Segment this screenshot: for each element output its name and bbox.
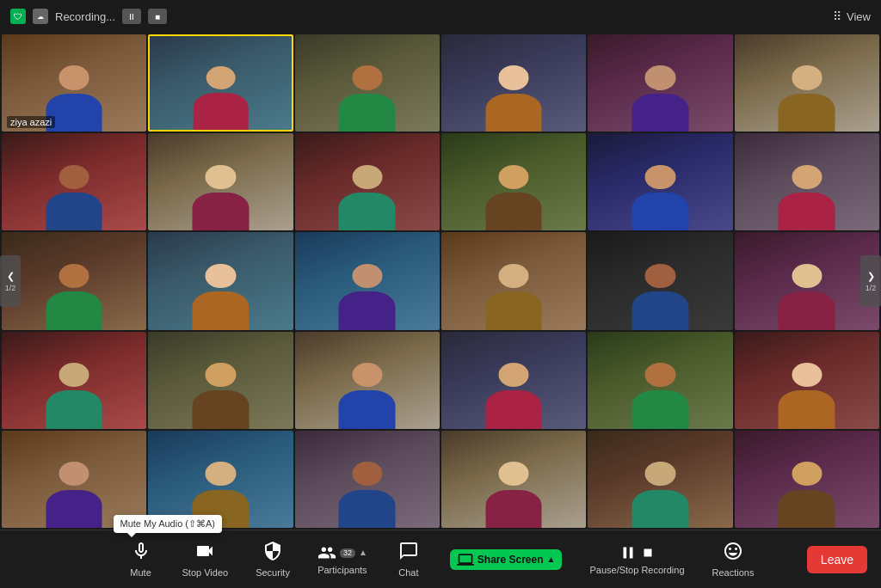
video-cell <box>588 133 732 230</box>
video-cell <box>2 332 146 429</box>
video-cell <box>2 431 146 528</box>
video-cell <box>588 431 732 528</box>
video-cell <box>295 232 440 329</box>
video-cell <box>295 34 440 132</box>
left-page-indicator: 1/2 <box>5 284 16 292</box>
participants-chevron: ▲ <box>359 548 367 557</box>
view-label[interactable]: View <box>847 10 871 23</box>
security-label: Security <box>256 567 290 578</box>
video-cell <box>735 431 879 528</box>
video-cell <box>441 133 586 230</box>
share-screen-chevron: ▲ <box>547 554 556 564</box>
video-cell <box>441 332 586 429</box>
toolbar: Mute My Audio (⇧⌘A) Mute Stop Video Secu… <box>0 530 881 588</box>
video-cell <box>441 232 586 329</box>
recording-icon: ☁ <box>33 9 48 24</box>
pause-recording-btn[interactable]: ⏸ <box>122 9 141 24</box>
top-bar-right: ⠿ View <box>833 9 871 23</box>
chat-button[interactable]: Chat <box>381 536 436 583</box>
right-arrow-icon: ❯ <box>867 271 875 282</box>
video-grid: ziya azazi <box>0 33 881 530</box>
participants-button[interactable]: 32 ▲ Participants <box>304 538 381 580</box>
participant-name-label: ziya azazi <box>7 116 55 128</box>
pause-stop-icon <box>619 543 656 562</box>
video-cell <box>735 34 879 132</box>
video-cell <box>295 332 440 429</box>
video-cell <box>735 332 879 429</box>
reactions-button[interactable]: Reactions <box>699 536 768 583</box>
security-icon <box>262 541 283 565</box>
left-arrow-icon: ❮ <box>7 271 15 282</box>
chat-label: Chat <box>398 567 418 578</box>
participants-count: 32 <box>340 548 355 558</box>
stop-recording-btn[interactable]: ■ <box>148 9 167 24</box>
nav-left-arrow[interactable]: ❮ 1/2 <box>0 255 21 307</box>
video-cell <box>148 431 293 528</box>
video-cell: ziya azazi <box>2 34 146 132</box>
security-button[interactable]: Security <box>242 536 304 583</box>
video-cell <box>588 332 732 429</box>
reactions-icon <box>723 541 743 565</box>
top-bar-left: 🛡 ☁ Recording... ⏸ ■ <box>10 9 167 24</box>
mute-label: Mute <box>130 567 151 578</box>
camera-icon <box>194 541 215 565</box>
share-screen-button[interactable]: Share Screen ▲ <box>436 544 576 575</box>
video-cell <box>588 232 732 329</box>
stop-video-label: Stop Video <box>182 567 229 578</box>
video-cell <box>148 332 293 429</box>
video-cell <box>148 133 293 230</box>
grid-icon: ⠿ <box>833 9 841 23</box>
recording-label: Recording... <box>55 10 115 23</box>
video-cell <box>2 232 146 329</box>
share-screen-text: Share Screen <box>477 554 544 566</box>
pause-stop-recording-label: Pause/Stop Recording <box>589 565 684 575</box>
shield-icon: 🛡 <box>10 9 26 24</box>
microphone-icon <box>131 541 151 565</box>
pause-stop-recording-button[interactable]: Pause/Stop Recording <box>576 538 698 580</box>
right-page-indicator: 1/2 <box>866 284 877 292</box>
nav-right-arrow[interactable]: ❯ 1/2 <box>860 255 881 307</box>
mute-button[interactable]: Mute My Audio (⇧⌘A) Mute <box>114 536 169 583</box>
chat-icon <box>398 541 419 565</box>
video-cell <box>441 431 586 528</box>
leave-button[interactable]: Leave <box>807 546 867 573</box>
video-cell <box>735 232 879 329</box>
video-cell <box>588 34 732 132</box>
reactions-label: Reactions <box>712 567 755 578</box>
video-cell <box>295 431 440 528</box>
participants-icon: 32 ▲ <box>317 543 367 562</box>
video-cell <box>148 34 293 132</box>
video-cell <box>2 133 146 230</box>
stop-video-button[interactable]: Stop Video <box>169 536 243 583</box>
video-cell <box>148 232 293 329</box>
mute-tooltip: Mute My Audio (⇧⌘A) <box>114 515 222 533</box>
video-cell <box>735 133 879 230</box>
participants-label: Participants <box>317 565 367 575</box>
video-cell <box>441 34 586 132</box>
video-cell <box>295 133 440 230</box>
top-bar: 🛡 ☁ Recording... ⏸ ■ ⠿ View <box>0 0 881 33</box>
